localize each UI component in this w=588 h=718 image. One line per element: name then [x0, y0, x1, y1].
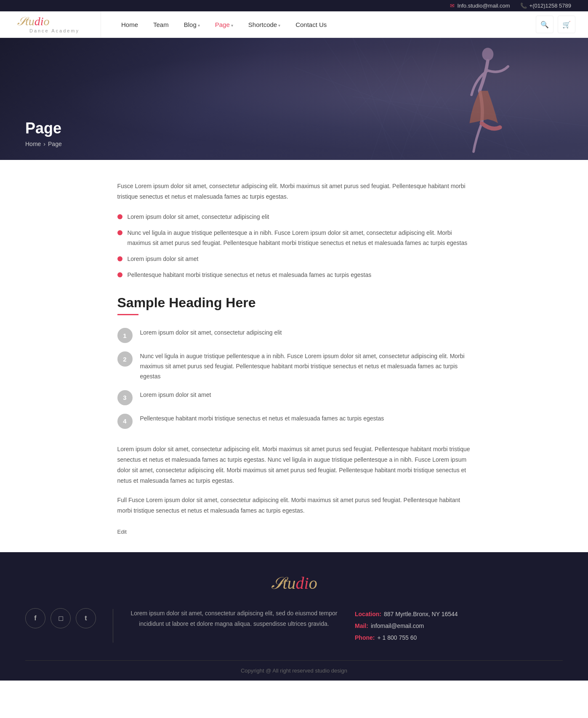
- hero-content: Page Home › Page: [25, 120, 62, 147]
- facebook-icon: f: [34, 614, 36, 622]
- footer-logo: 𝒮tudio: [25, 573, 563, 593]
- intro-paragraph: Fusce Lorem ipsum dolor sit amet, consec…: [117, 181, 471, 202]
- footer-contact: Location: 887 Myrtle.Bronx, NY 16544 Mai…: [355, 608, 563, 644]
- search-icon: 🔍: [540, 21, 549, 29]
- numbered-text: Lorem ipsum dolor sit amet: [140, 390, 211, 400]
- bullet-text: Lorem ipsum dolor sit amet, consectetur …: [128, 212, 269, 222]
- shortcode-arrow: ▾: [278, 23, 280, 28]
- bullet-text: Nunc vel ligula in augue tristique pelle…: [128, 228, 471, 248]
- location-label: Location:: [355, 608, 381, 620]
- svg-line-1: [382, 38, 471, 160]
- blog-arrow: ▾: [198, 23, 200, 28]
- facebook-button[interactable]: f: [25, 608, 45, 628]
- bullet-dot: [117, 272, 122, 277]
- bullet-dot: [117, 230, 122, 235]
- bullet-list: Lorem ipsum dolor sit amet, consectetur …: [117, 212, 471, 280]
- copyright-text: Copyright @ All right reserved studio de…: [241, 667, 347, 674]
- email-contact: ✉ Info.studio@mail.com: [450, 3, 510, 9]
- svg-line-2: [353, 38, 412, 160]
- svg-line-0: [353, 38, 412, 160]
- footer-social: f ◻ t: [25, 608, 96, 628]
- breadcrumb-home[interactable]: Home: [25, 141, 41, 147]
- bullet-dot: [117, 256, 122, 261]
- mail-value: infomail@email.com: [371, 620, 424, 632]
- phone-number: +(012)1258 5789: [529, 3, 571, 9]
- phone-label: Phone:: [355, 632, 375, 644]
- contact-phone: Phone: + 1 800 755 60: [355, 632, 563, 644]
- numbered-text: Pellentesque habitant morbi tristique se…: [140, 414, 384, 424]
- dancer-silhouette: [463, 42, 512, 156]
- nav-link-home[interactable]: Home: [114, 12, 146, 37]
- search-button[interactable]: 🔍: [536, 16, 553, 33]
- phone-value: + 1 800 755 60: [377, 632, 417, 644]
- bullet-item: Lorem ipsum dolor sit amet, consectetur …: [117, 212, 471, 222]
- logo-text: 𝒮tudio: [17, 16, 92, 27]
- email-address: Info.studio@mail.com: [457, 3, 510, 9]
- numbered-item: 4 Pellentesque habitant morbi tristique …: [117, 414, 471, 429]
- footer: 𝒮tudio f ◻ t Lorem ipsum dolor sit amet,…: [0, 552, 588, 681]
- breadcrumb: Home › Page: [25, 141, 62, 147]
- nav-item-blog[interactable]: Blog▾: [176, 12, 208, 37]
- number-circle: 4: [117, 414, 133, 429]
- numbered-item: 3 Lorem ipsum dolor sit amet: [117, 390, 471, 405]
- hero-banner: Page Home › Page: [0, 38, 588, 160]
- number-circle: 2: [117, 351, 133, 367]
- footer-description: Lorem ipsum dolor sit amet, consectetur …: [130, 608, 338, 629]
- contact-mail: Mail: infomail@email.com: [355, 620, 563, 632]
- nav-link-blog[interactable]: Blog▾: [176, 12, 208, 37]
- breadcrumb-current: Page: [48, 141, 62, 147]
- footer-divider: [113, 609, 113, 643]
- number-circle: 1: [117, 328, 133, 343]
- phone-contact: 📞 +(012)1258 5789: [520, 3, 571, 9]
- nav-link-team[interactable]: Team: [146, 12, 176, 37]
- nav-item-page[interactable]: Page▾: [208, 12, 241, 37]
- body-paragraph-1: Lorem ipsum dolor sit amet, consectetur …: [117, 444, 471, 487]
- bullet-item: Lorem ipsum dolor sit amet: [117, 254, 471, 264]
- bullet-dot: [117, 214, 122, 219]
- svg-point-8: [482, 48, 494, 61]
- numbered-text: Lorem ipsum dolor sit amet, consectetur …: [140, 328, 282, 338]
- mail-label: Mail:: [355, 620, 368, 632]
- bullet-item: Pellentesque habitant morbi tristique se…: [117, 270, 471, 280]
- breadcrumb-separator: ›: [43, 141, 45, 147]
- email-icon: ✉: [450, 3, 455, 9]
- instagram-button[interactable]: ◻: [51, 608, 71, 628]
- contact-location: Location: 887 Myrtle.Bronx, NY 16544: [355, 608, 563, 620]
- body-paragraph-2: Full Fusce Lorem ipsum dolor sit amet, c…: [117, 495, 471, 516]
- location-value: 887 Myrtle.Bronx, NY 16544: [384, 608, 458, 620]
- bullet-item: Nunc vel ligula in augue tristique pelle…: [117, 228, 471, 248]
- cart-button[interactable]: 🛒: [558, 16, 575, 33]
- svg-line-5: [323, 38, 441, 160]
- numbered-list: 1 Lorem ipsum dolor sit amet, consectetu…: [117, 328, 471, 428]
- nav-link-shortcode[interactable]: Shortcode▾: [241, 12, 288, 37]
- nav-link-contact[interactable]: Contact Us: [288, 12, 334, 37]
- numbered-item: 1 Lorem ipsum dolor sit amet, consectetu…: [117, 328, 471, 343]
- svg-line-3: [382, 38, 441, 160]
- instagram-icon: ◻: [58, 614, 64, 622]
- page-arrow: ▾: [231, 23, 233, 28]
- numbered-item: 2 Nunc vel ligula in augue tristique pel…: [117, 351, 471, 381]
- bullet-text: Lorem ipsum dolor sit amet: [128, 254, 199, 264]
- footer-bottom: Copyright @ All right reserved studio de…: [25, 661, 563, 681]
- nav-item-shortcode[interactable]: Shortcode▾: [241, 12, 288, 37]
- edit-link[interactable]: Edit: [117, 529, 127, 535]
- footer-main: f ◻ t Lorem ipsum dolor sit amet, consec…: [25, 608, 563, 661]
- nav-item-team[interactable]: Team: [146, 12, 176, 37]
- numbered-text: Nunc vel ligula in augue tristique pelle…: [140, 351, 471, 381]
- top-bar: ✉ Info.studio@mail.com 📞 +(012)1258 5789: [0, 0, 588, 11]
- nav-link-page[interactable]: Page▾: [208, 12, 241, 37]
- logo-subtitle: Dance Academy: [17, 28, 92, 33]
- bullet-text: Pellentesque habitant morbi tristique se…: [128, 270, 372, 280]
- nav-item-home[interactable]: Home: [114, 12, 146, 37]
- footer-logo-text: 𝒮tudio: [271, 574, 317, 593]
- nav-icons: 🔍 🛒: [536, 16, 580, 33]
- number-circle: 3: [117, 390, 133, 405]
- logo[interactable]: 𝒮tudio Dance Academy: [8, 11, 101, 37]
- twitter-button[interactable]: t: [76, 608, 96, 628]
- section-heading: Sample Heading Here: [117, 295, 471, 311]
- main-content: Fusce Lorem ipsum dolor sit amet, consec…: [92, 160, 496, 552]
- page-title: Page: [25, 120, 62, 137]
- nav-item-contact[interactable]: Contact Us: [288, 12, 334, 37]
- heading-underline: [117, 314, 138, 315]
- nav-links: Home Team Blog▾ Page▾ Shortcode▾ Contact…: [101, 12, 536, 37]
